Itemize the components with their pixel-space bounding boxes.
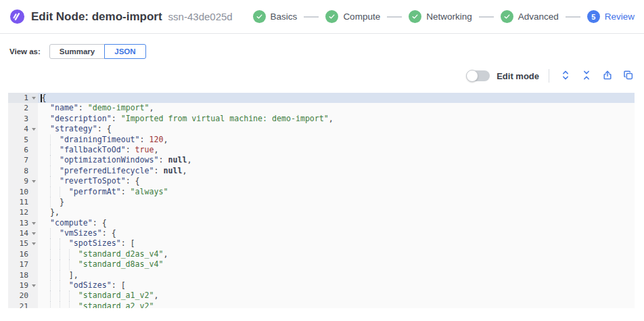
line-number: 21 bbox=[8, 301, 38, 308]
expand-all-button[interactable] bbox=[559, 70, 572, 82]
stepper-step-advanced[interactable]: Advanced bbox=[501, 10, 559, 23]
line-number: 12 bbox=[8, 207, 38, 217]
code-content: { bbox=[38, 93, 635, 103]
code-content: "odSizes": [ bbox=[38, 280, 635, 291]
fold-toggle-icon[interactable] bbox=[32, 97, 36, 100]
code-line[interactable]: 20"standard_a1_v2", bbox=[8, 291, 635, 301]
code-line[interactable]: 14"vmSizes": { bbox=[8, 228, 635, 238]
code-content: "preferredLifecycle": null, bbox=[38, 166, 635, 176]
code-content: "name": "demo-import", bbox=[38, 103, 635, 113]
step-connector bbox=[304, 16, 319, 18]
code-line[interactable]: 9"revertToSpot": { bbox=[8, 176, 635, 186]
fold-toggle-icon[interactable] bbox=[32, 284, 36, 287]
export-icon bbox=[602, 70, 613, 81]
step-check-icon bbox=[409, 10, 421, 23]
code-content: "standard_d2as_v4", bbox=[38, 249, 635, 259]
code-line[interactable]: 4"strategy": { bbox=[8, 124, 635, 134]
code-line[interactable]: 1{ bbox=[8, 93, 635, 103]
code-line[interactable]: 5"drainingTimeout": 120, bbox=[8, 135, 635, 145]
edit-mode-toggle[interactable] bbox=[467, 70, 490, 81]
step-connector bbox=[479, 16, 494, 18]
code-line[interactable]: 13"compute": { bbox=[8, 218, 635, 228]
code-content: "fallbackToOd": true, bbox=[38, 145, 635, 155]
spot-logo-icon bbox=[9, 9, 25, 24]
view-as-option-json[interactable]: JSON bbox=[104, 44, 145, 59]
line-number: 10 bbox=[8, 187, 38, 197]
code-content: "spotSizes": [ bbox=[38, 238, 635, 249]
fold-toggle-icon[interactable] bbox=[32, 180, 36, 183]
step-label: Basics bbox=[271, 12, 298, 22]
code-line[interactable]: 21"standard_a2_v2" bbox=[8, 301, 635, 308]
toolbar-divider bbox=[549, 69, 549, 83]
view-as-toggle: SummaryJSON bbox=[49, 44, 146, 59]
export-button[interactable] bbox=[601, 70, 614, 82]
code-line[interactable]: 11} bbox=[8, 197, 635, 207]
code-content: }, bbox=[38, 207, 635, 217]
code-content: "drainingTimeout": 120, bbox=[38, 135, 635, 145]
code-line[interactable]: 7"optimizationWindows": null, bbox=[8, 155, 635, 165]
code-content: "vmSizes": { bbox=[38, 228, 635, 238]
line-number: 2 bbox=[8, 103, 38, 113]
edit-mode-label: Edit mode bbox=[497, 71, 539, 81]
step-check-icon bbox=[253, 10, 266, 23]
fold-toggle-icon[interactable] bbox=[32, 232, 36, 235]
expand-all-icon bbox=[560, 70, 571, 81]
line-number: 13 bbox=[8, 218, 38, 228]
code-line[interactable]: 16"standard_d2as_v4", bbox=[8, 249, 635, 259]
page-title: Edit Node: demo-import bbox=[31, 10, 162, 24]
line-number: 16 bbox=[8, 249, 38, 259]
stepper-step-networking[interactable]: Networking bbox=[409, 10, 472, 23]
collapse-all-button[interactable] bbox=[580, 70, 593, 82]
wizard-stepper: BasicsComputeNetworkingAdvanced5Review bbox=[253, 10, 635, 23]
step-number-badge: 5 bbox=[587, 10, 600, 23]
code-line[interactable]: 15"spotSizes": [ bbox=[8, 238, 635, 249]
line-number: 17 bbox=[8, 259, 38, 270]
stepper-step-basics[interactable]: Basics bbox=[253, 10, 298, 23]
line-number: 7 bbox=[8, 155, 38, 165]
line-number: 8 bbox=[8, 166, 38, 176]
fold-toggle-icon[interactable] bbox=[32, 128, 36, 131]
code-content: } bbox=[38, 197, 635, 207]
step-label: Compute bbox=[343, 12, 380, 22]
code-content: "compute": { bbox=[38, 218, 635, 228]
step-label: Review bbox=[605, 12, 635, 22]
line-number: 1 bbox=[8, 93, 38, 103]
code-content: "optimizationWindows": null, bbox=[38, 155, 635, 165]
fold-toggle-icon[interactable] bbox=[32, 242, 36, 245]
line-number: 19 bbox=[8, 280, 38, 291]
code-line[interactable]: 19"odSizes": [ bbox=[8, 280, 635, 291]
code-line[interactable]: 10"performAt": "always" bbox=[8, 187, 635, 197]
step-check-icon bbox=[501, 10, 513, 23]
fold-toggle-icon[interactable] bbox=[32, 222, 36, 225]
toggle-knob bbox=[466, 70, 478, 82]
code-line[interactable]: 17"standard_d8as_v4" bbox=[8, 259, 635, 270]
code-content: "standard_a2_v2" bbox=[38, 301, 635, 308]
code-content: "performAt": "always" bbox=[38, 187, 635, 197]
code-line[interactable]: 6"fallbackToOd": true, bbox=[8, 145, 635, 155]
code-content: "revertToSpot": { bbox=[38, 176, 635, 186]
stepper-step-review[interactable]: 5Review bbox=[587, 10, 635, 23]
view-as-row: View as: SummaryJSON bbox=[9, 44, 644, 59]
copy-button[interactable] bbox=[622, 70, 635, 82]
line-number: 6 bbox=[8, 145, 38, 155]
stepper-step-compute[interactable]: Compute bbox=[325, 10, 380, 23]
code-line[interactable]: 18], bbox=[8, 270, 635, 280]
code-line[interactable]: 8"preferredLifecycle": null, bbox=[8, 166, 635, 176]
view-as-option-summary[interactable]: Summary bbox=[49, 44, 105, 59]
code-content: "description": "Imported from virtual ma… bbox=[38, 114, 635, 124]
code-content: "strategy": { bbox=[38, 124, 635, 134]
code-line[interactable]: 3"description": "Imported from virtual m… bbox=[8, 114, 635, 124]
editor-actions bbox=[559, 70, 635, 82]
line-number: 20 bbox=[8, 291, 38, 301]
collapse-all-icon bbox=[581, 70, 592, 81]
node-id: ssn-43de025d bbox=[168, 11, 233, 22]
copy-icon bbox=[623, 70, 634, 81]
line-number: 15 bbox=[8, 238, 38, 249]
step-connector bbox=[387, 16, 402, 18]
line-number: 11 bbox=[8, 197, 38, 207]
json-editor[interactable]: 1{2"name": "demo-import",3"description":… bbox=[8, 93, 635, 308]
code-line[interactable]: 2"name": "demo-import", bbox=[8, 103, 635, 113]
code-line[interactable]: 12}, bbox=[8, 207, 635, 217]
editor-toolbar: Edit mode bbox=[0, 68, 635, 83]
page-header: Edit Node: demo-import ssn-43de025d Basi… bbox=[0, 0, 644, 34]
